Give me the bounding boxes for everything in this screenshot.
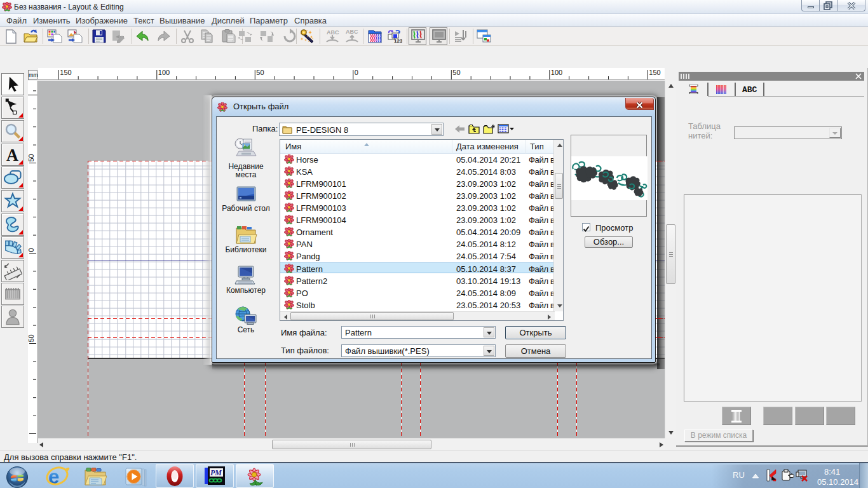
- svg-text:50: 50: [28, 154, 35, 161]
- svg-text:0: 0: [355, 69, 358, 76]
- svg-text:A: A: [6, 146, 18, 164]
- svg-text:100: 100: [158, 69, 170, 76]
- svg-text:150: 150: [60, 69, 71, 76]
- svg-text:50: 50: [452, 69, 460, 76]
- svg-text:50: 50: [28, 334, 35, 342]
- svg-text:ABC: ABC: [346, 29, 358, 35]
- svg-text:50: 50: [256, 69, 264, 76]
- svg-text:0: 0: [28, 248, 35, 252]
- svg-text:ABC: ABC: [327, 29, 339, 36]
- svg-text:100: 100: [551, 69, 562, 76]
- svg-text:150: 150: [649, 69, 660, 76]
- svg-text:PM: PM: [210, 468, 222, 477]
- svg-text:123: 123: [394, 38, 402, 44]
